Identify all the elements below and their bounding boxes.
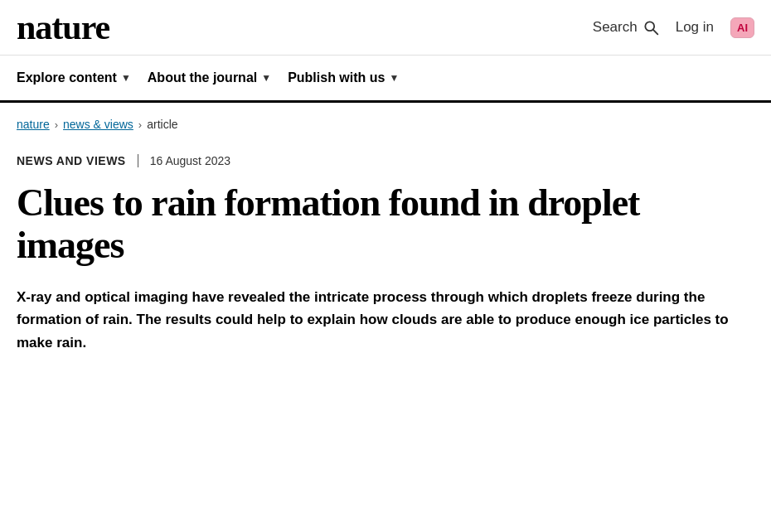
header-actions: Search Log in AI — [593, 17, 754, 38]
nav-item-publish[interactable]: Publish with us ▼ — [288, 56, 415, 100]
meta-divider — [138, 154, 138, 167]
article-type: NEWS AND VIEWS — [17, 154, 126, 167]
chevron-down-icon: ▼ — [121, 72, 131, 84]
search-button[interactable]: Search — [593, 19, 659, 36]
nav-item-explore[interactable]: Explore content ▼ — [17, 56, 148, 100]
breadcrumb-separator-2: › — [138, 118, 142, 131]
breadcrumb-separator-1: › — [55, 118, 58, 131]
site-logo[interactable]: nature — [17, 10, 109, 45]
search-label: Search — [593, 19, 638, 36]
login-button[interactable]: Log in — [676, 19, 714, 36]
breadcrumb-news-views[interactable]: news & views — [63, 118, 133, 131]
nav-item-about[interactable]: About the journal ▼ — [148, 56, 288, 100]
nav-explore-label: Explore content — [17, 70, 117, 85]
svg-line-1 — [653, 30, 657, 34]
nav-about-label: About the journal — [148, 70, 257, 85]
nav-publish-label: Publish with us — [288, 70, 385, 85]
article-title: Clues to rain formation found in droplet… — [17, 182, 730, 266]
article-meta: NEWS AND VIEWS 16 August 2023 — [17, 154, 730, 167]
article-date: 16 August 2023 — [150, 154, 230, 167]
breadcrumb: nature › news & views › article — [0, 103, 771, 139]
article-content: NEWS AND VIEWS 16 August 2023 Clues to r… — [0, 139, 746, 379]
site-header: nature Search Log in AI — [0, 0, 771, 56]
main-nav: Explore content ▼ About the journal ▼ Pu… — [0, 56, 771, 103]
article-abstract: X-ray and optical imaging have revealed … — [17, 286, 730, 354]
breadcrumb-current: article — [147, 118, 177, 131]
search-icon — [642, 19, 659, 36]
chevron-down-icon: ▼ — [389, 72, 399, 84]
breadcrumb-nature[interactable]: nature — [17, 118, 50, 131]
chevron-down-icon: ▼ — [261, 72, 271, 84]
ai-badge[interactable]: AI — [730, 17, 754, 38]
